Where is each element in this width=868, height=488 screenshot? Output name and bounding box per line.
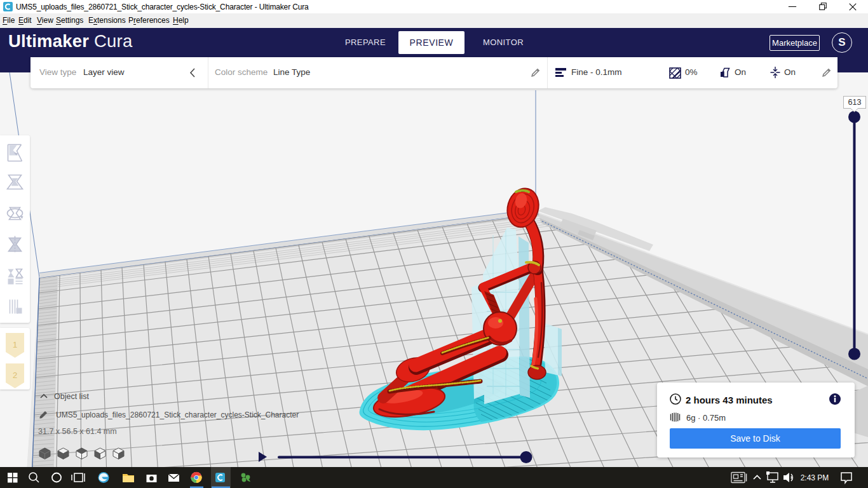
- svg-text:2: 2: [13, 370, 17, 380]
- svg-text:1: 1: [13, 340, 17, 349]
